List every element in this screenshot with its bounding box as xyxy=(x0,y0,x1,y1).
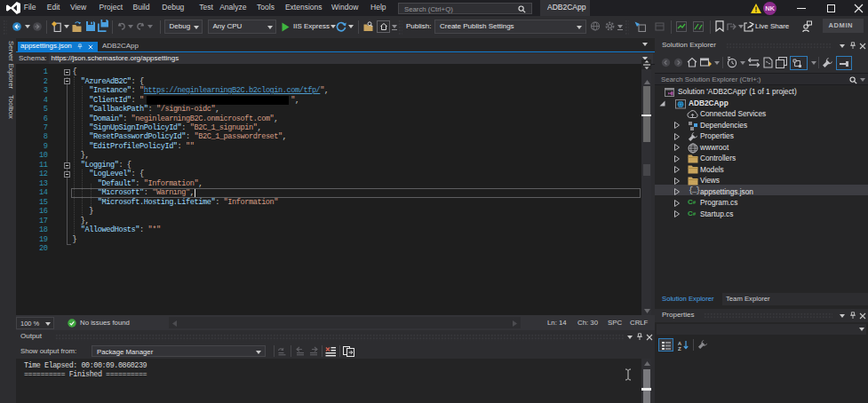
svg-text:Z: Z xyxy=(678,346,681,351)
svg-text:A: A xyxy=(678,341,681,346)
